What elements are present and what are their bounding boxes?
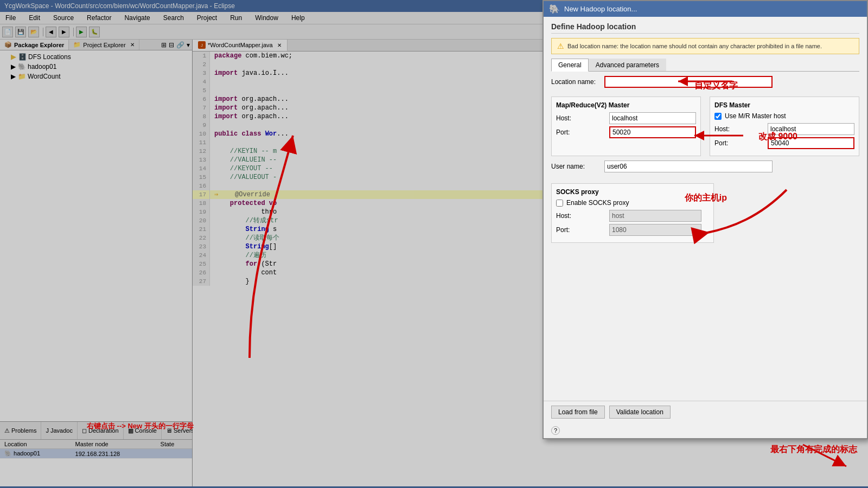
mapreduce-section: Map/Reduce(V2) Master Host: Port: xyxy=(551,97,701,156)
warning-icon: ⚠ xyxy=(557,42,564,50)
socks-enable-row: Enable SOCKS proxy xyxy=(556,199,709,207)
load-from-file-button[interactable]: Load from file xyxy=(551,406,605,419)
mr-port-group: Port: xyxy=(556,126,696,138)
mapreduce-title: Map/Reduce(V2) Master xyxy=(556,101,696,109)
dialog-content: Define Hadoop location ⚠ Bad location na… xyxy=(544,17,867,401)
dialog-title-bar: 🐘 New Hadoop location... xyxy=(544,1,867,17)
socks-host-group: Host: xyxy=(556,210,709,222)
tab-general[interactable]: General xyxy=(551,59,589,72)
hadoop-dialog: 🐘 New Hadoop location... Define Hadoop l… xyxy=(542,0,868,439)
dfs-host-label: Host: xyxy=(714,125,763,133)
mr-port-input[interactable] xyxy=(609,126,696,138)
username-label: User name: xyxy=(551,163,600,170)
dfs-host-group: Host: xyxy=(714,123,854,135)
mr-host-input[interactable] xyxy=(609,112,696,124)
dialog-help: ? xyxy=(544,423,867,438)
dfs-port-input[interactable] xyxy=(768,137,854,149)
location-name-label: Location name: xyxy=(551,78,600,86)
dfs-host-input[interactable] xyxy=(768,123,854,135)
warning-bar: ⚠ Bad location name: the location name s… xyxy=(551,38,859,54)
help-icon[interactable]: ? xyxy=(551,426,560,435)
dialog-tabs: General Advanced parameters xyxy=(551,59,859,72)
dialog-footer: Load from file Validate location xyxy=(544,401,867,423)
dfs-title: DFS Master xyxy=(714,101,854,109)
use-mr-master-checkbox[interactable] xyxy=(714,113,722,120)
dialog-header: Define Hadoop location xyxy=(551,22,859,34)
socks-port-label: Port: xyxy=(556,226,605,234)
socks-section: SOCKS proxy Enable SOCKS proxy Host: Por… xyxy=(551,183,714,243)
mr-host-label: Host: xyxy=(556,114,605,122)
socks-host-input[interactable] xyxy=(609,210,701,222)
dialog-overlay: 🐘 New Hadoop location... Define Hadoop l… xyxy=(0,0,868,488)
dialog-elephant-icon: 🐘 xyxy=(549,4,560,14)
socks-host-label: Host: xyxy=(556,212,605,220)
dfs-port-group: Port: xyxy=(714,137,854,149)
socks-title: SOCKS proxy xyxy=(556,188,709,196)
dfs-checkbox-row: Use M/R Master host xyxy=(714,112,854,120)
socks-enable-checkbox[interactable] xyxy=(556,200,563,207)
tab-advanced[interactable]: Advanced parameters xyxy=(589,59,666,71)
username-group: User name: xyxy=(551,160,859,172)
dfs-port-label: Port: xyxy=(714,139,763,147)
mr-port-label: Port: xyxy=(556,129,605,136)
dfs-section: DFS Master Use M/R Master host Host: Por… xyxy=(710,97,859,156)
socks-enable-label: Enable SOCKS proxy xyxy=(566,199,629,207)
two-col-section: Map/Reduce(V2) Master Host: Port: DFS Ma… xyxy=(551,97,859,156)
location-name-input[interactable] xyxy=(604,76,773,88)
use-mr-master-label: Use M/R Master host xyxy=(725,112,786,120)
validate-location-button[interactable]: Validate location xyxy=(609,406,671,419)
dialog-title-text: New Hadoop location... xyxy=(564,5,637,13)
username-input[interactable] xyxy=(604,160,773,172)
socks-port-group: Port: xyxy=(556,224,709,236)
mr-host-group: Host: xyxy=(556,112,696,124)
location-name-group: Location name: xyxy=(551,76,859,88)
socks-port-input[interactable] xyxy=(609,224,701,236)
